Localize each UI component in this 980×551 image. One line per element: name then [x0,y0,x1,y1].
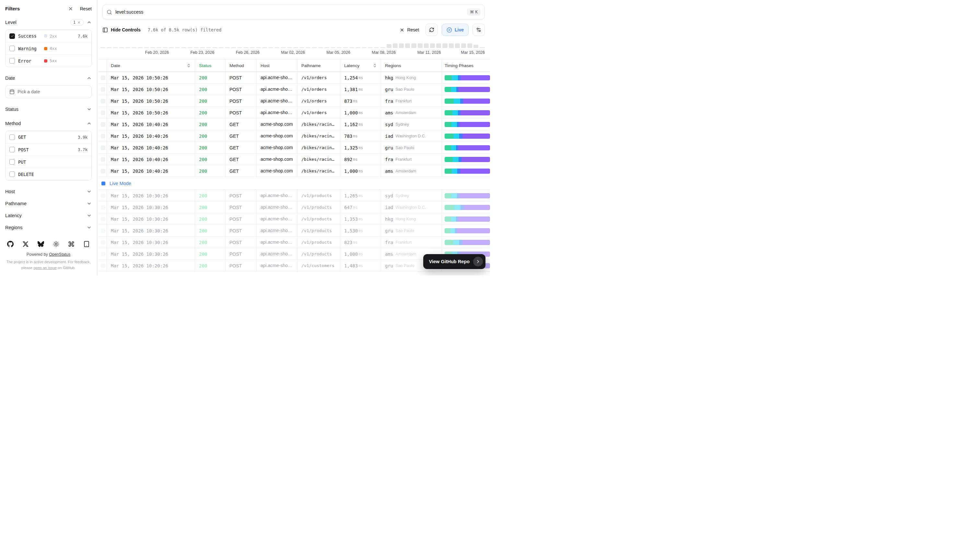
view-github-repo-button[interactable]: View GitHub Repo [423,254,485,269]
histogram-bar[interactable] [194,47,199,48]
sidebar-section-status[interactable]: Status [5,105,92,113]
checkbox-icon[interactable] [10,172,15,177]
x-twitter-icon[interactable] [22,241,29,247]
column-header-latency[interactable]: Latency [340,59,381,72]
histogram-bar[interactable] [467,43,472,48]
chevron-up-icon[interactable] [86,75,92,81]
method-filter-put[interactable]: PUT [5,156,91,168]
checkbox-icon[interactable] [10,147,15,152]
column-header-timing-phases[interactable]: Timing Phases [442,59,490,72]
histogram-bar[interactable] [474,45,478,48]
histogram-bar[interactable] [387,44,391,48]
histogram-bar[interactable] [138,47,143,48]
method-filter-post[interactable]: POST3.7k [5,143,91,156]
histogram-bar[interactable] [144,47,149,48]
table-row[interactable]: Mar 15, 2026 10:50:26200POSTapi.acme-sho… [99,84,490,95]
level-filter-warning[interactable]: Warning4xx [5,42,91,54]
sidebar-section-latency[interactable]: Latency [5,212,92,220]
checkbox-icon[interactable] [10,33,15,39]
view-settings-button[interactable] [473,24,485,36]
row-checkbox[interactable] [101,263,105,268]
histogram-bar[interactable] [219,47,224,48]
histogram-bar[interactable] [449,43,454,48]
sidebar-section-method[interactable]: Method [5,119,92,127]
histogram-bar[interactable] [362,47,366,48]
refresh-button[interactable] [425,24,438,36]
histogram-bar[interactable] [374,47,379,48]
checkbox-icon[interactable] [10,159,15,165]
histogram-bar[interactable] [436,43,441,48]
sort-icon[interactable] [187,64,191,68]
table-row[interactable]: Mar 15, 2026 10:50:26200POSTapi.acme-sho… [99,107,490,119]
histogram-bar[interactable] [411,43,416,48]
column-header-regions[interactable]: Regions [381,59,442,72]
histogram-bar[interactable] [119,47,124,48]
chevron-down-icon[interactable] [86,225,92,230]
search-bar[interactable]: ⌘ K [102,5,485,19]
clear-level-filter-icon[interactable] [77,21,81,24]
histogram-bar[interactable] [455,43,460,48]
histogram-bar[interactable] [181,47,186,48]
row-checkbox[interactable] [101,87,105,92]
sidebar-section-pathname[interactable]: Pathname [5,200,92,207]
histogram-bar[interactable] [100,47,105,48]
histogram-bar[interactable] [107,47,111,48]
row-checkbox[interactable] [101,110,105,115]
chevron-up-icon[interactable] [86,20,92,25]
theme-sun-icon[interactable] [53,241,59,247]
histogram-bar[interactable] [250,47,255,48]
table-row[interactable]: Mar 15, 2026 10:40:26200GETacme-shop.com… [99,165,490,177]
sidebar-section-date[interactable]: Date [5,74,92,82]
histogram-bar[interactable] [424,43,429,48]
row-checkbox[interactable] [101,169,105,174]
histogram-bar[interactable] [243,47,248,48]
row-checkbox[interactable] [101,252,105,256]
histogram-bar[interactable] [325,47,329,48]
search-input[interactable] [115,10,464,14]
histogram-bar[interactable] [399,43,404,48]
column-header-pathname[interactable]: Pathname [298,59,340,72]
column-header-status[interactable]: Status [195,59,226,72]
openstatus-brand-link[interactable]: OpenStatus [49,252,70,257]
histogram-bar[interactable] [206,47,211,48]
histogram-bar[interactable] [337,47,342,48]
checkbox-icon[interactable] [10,46,15,51]
histogram-bar[interactable] [150,47,155,48]
table-row[interactable]: Mar 15, 2026 10:40:26200GETacme-shop.com… [99,119,490,130]
chevron-down-icon[interactable] [86,201,92,206]
table-row[interactable]: Mar 15, 2026 10:30:26200POSTapi.acme-sho… [99,190,490,202]
github-icon[interactable] [7,241,14,247]
table-row[interactable]: Mar 15, 2026 10:30:26200POSTapi.acme-sho… [99,202,490,213]
histogram-bar[interactable] [212,47,217,48]
row-checkbox[interactable] [101,228,105,233]
table-row[interactable]: Mar 15, 2026 10:30:26200POSTapi.acme-sho… [99,213,490,225]
histogram-bar[interactable] [480,47,485,48]
chevron-down-icon[interactable] [86,213,92,218]
open-issue-link[interactable]: open an issue [33,266,57,270]
histogram-bar[interactable] [262,47,267,48]
histogram-bar[interactable] [442,43,447,48]
row-checkbox[interactable] [101,75,105,80]
live-toggle-button[interactable]: Live [442,24,469,36]
column-header-date[interactable]: Date [107,59,195,72]
histogram-bar[interactable] [405,43,410,48]
histogram-bar[interactable] [126,47,130,48]
histogram-bar[interactable] [312,47,317,48]
reset-filters-button[interactable]: Reset [80,6,92,11]
sidebar-section-regions[interactable]: Regions [5,224,92,231]
hide-controls-button[interactable]: Hide Controls [102,27,141,33]
date-picker-input[interactable]: Pick a date [5,85,92,98]
histogram-bar[interactable] [349,47,354,48]
method-filter-get[interactable]: GET3.9k [5,131,91,143]
column-header-method[interactable]: Method [226,59,257,72]
row-checkbox[interactable] [101,145,105,150]
histogram-bar[interactable] [305,47,310,48]
chevron-down-icon[interactable] [86,189,92,194]
histogram-bar[interactable] [418,43,423,48]
histogram-bar[interactable] [331,47,336,48]
column-header-host[interactable]: Host [257,59,298,72]
chevron-up-icon[interactable] [86,121,92,126]
histogram-bar[interactable] [380,47,385,48]
table-row[interactable]: Mar 15, 2026 10:40:26200GETacme-shop.com… [99,154,490,165]
row-checkbox[interactable] [101,217,105,221]
